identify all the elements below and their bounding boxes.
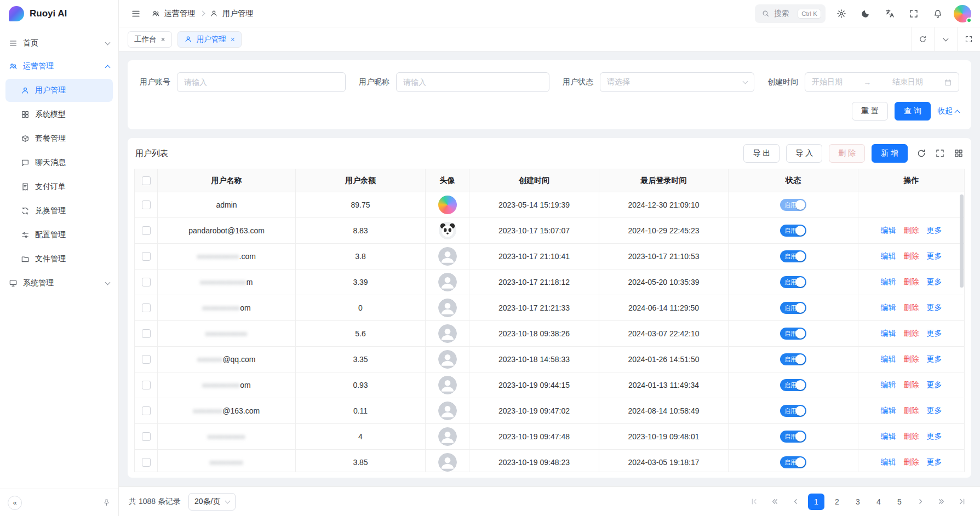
sidebar-item-system-management[interactable]: 系统管理 [0, 272, 118, 295]
edit-link[interactable]: 编辑 [881, 432, 896, 442]
select-all-checkbox[interactable] [142, 176, 151, 185]
more-link[interactable]: 更多 [927, 354, 942, 364]
delete-link[interactable]: 删除 [904, 303, 919, 313]
edit-link[interactable]: 编辑 [881, 329, 896, 339]
status-toggle[interactable]: 启用 [780, 353, 806, 365]
row-checkbox[interactable] [142, 226, 151, 235]
status-toggle[interactable]: 启用 [780, 328, 806, 340]
table-scrollbar[interactable] [960, 194, 964, 288]
more-link[interactable]: 更多 [927, 329, 942, 339]
table-fullscreen-button[interactable] [935, 148, 945, 158]
status-toggle[interactable]: 启用 [780, 199, 806, 211]
sidebar-item-exchange-management[interactable]: 兑换管理 [5, 199, 113, 222]
sidebar-item-chat-messages[interactable]: 聊天消息 [5, 151, 113, 174]
collapse-filter-link[interactable]: 收起 [937, 106, 959, 116]
notifications-button[interactable] [930, 5, 946, 22]
edit-link[interactable]: 编辑 [881, 226, 896, 236]
edit-link[interactable]: 编辑 [881, 380, 896, 390]
sidebar-item-config-management[interactable]: 配置管理 [5, 223, 113, 246]
page-button-5[interactable]: 5 [891, 494, 908, 510]
edit-link[interactable]: 编辑 [881, 406, 896, 416]
search-button[interactable]: 查 询 [895, 102, 931, 121]
status-toggle[interactable]: 启用 [780, 431, 806, 443]
export-button[interactable]: 导 出 [743, 144, 780, 163]
delete-link[interactable]: 删除 [904, 354, 919, 364]
delete-link[interactable]: 删除 [904, 329, 919, 339]
row-checkbox[interactable] [142, 200, 151, 209]
more-link[interactable]: 更多 [927, 380, 942, 390]
sidebar-item-system-model[interactable]: 系统模型 [5, 103, 113, 126]
more-link[interactable]: 更多 [927, 303, 942, 313]
column-settings-button[interactable] [954, 148, 964, 158]
status-toggle[interactable]: 启用 [780, 405, 806, 417]
page-size-select[interactable]: 20条/页 [188, 493, 236, 511]
delete-link[interactable]: 删除 [904, 277, 919, 287]
close-icon[interactable]: × [161, 36, 165, 43]
status-toggle[interactable]: 启用 [780, 302, 806, 314]
sidebar-item-file-management[interactable]: 文件管理 [5, 248, 113, 271]
language-button[interactable] [881, 5, 898, 22]
settings-button[interactable] [833, 5, 850, 22]
sidebar-item-package-management[interactable]: 套餐管理 [5, 127, 113, 150]
reset-button[interactable]: 重 置 [852, 102, 888, 121]
row-checkbox[interactable] [142, 381, 151, 389]
more-link[interactable]: 更多 [927, 432, 942, 442]
date-range-picker[interactable]: 开始日期 → 结束日期 [805, 72, 959, 92]
row-checkbox[interactable] [142, 406, 151, 415]
status-toggle[interactable]: 启用 [780, 250, 806, 262]
add-button[interactable]: 新 增 [872, 144, 908, 163]
more-link[interactable]: 更多 [927, 251, 942, 261]
fullscreen-button[interactable] [906, 5, 922, 22]
tab-refresh-button[interactable] [911, 27, 934, 51]
next-page-button[interactable] [912, 494, 929, 510]
page-button-3[interactable]: 3 [850, 494, 866, 510]
last-page-button[interactable] [954, 494, 970, 510]
menu-toggle-button[interactable] [128, 5, 144, 22]
user-avatar-button[interactable] [954, 5, 971, 22]
tab-maximize-button[interactable] [957, 27, 980, 51]
edit-link[interactable]: 编辑 [881, 457, 896, 467]
first-page-button[interactable] [746, 494, 762, 510]
page-button-2[interactable]: 2 [829, 494, 845, 510]
page-button-4[interactable]: 4 [870, 494, 887, 510]
more-link[interactable]: 更多 [927, 406, 942, 416]
sidebar-item-payment-orders[interactable]: 支付订单 [5, 175, 113, 198]
delete-link[interactable]: 删除 [904, 406, 919, 416]
edit-link[interactable]: 编辑 [881, 251, 896, 261]
close-icon[interactable]: × [231, 36, 235, 43]
delete-link[interactable]: 删除 [904, 457, 919, 467]
refresh-table-button[interactable] [916, 148, 926, 158]
status-toggle[interactable]: 启用 [780, 276, 806, 288]
prev-page-button[interactable] [787, 494, 804, 510]
delete-button[interactable]: 删 除 [829, 144, 865, 163]
status-toggle[interactable]: 启用 [780, 379, 806, 391]
row-checkbox[interactable] [142, 432, 151, 441]
dark-mode-button[interactable] [857, 5, 874, 22]
tab-workbench[interactable]: 工作台 × [128, 31, 172, 48]
more-link[interactable]: 更多 [927, 226, 942, 236]
jump-forward-button[interactable] [933, 494, 949, 510]
jump-back-button[interactable] [766, 494, 783, 510]
row-checkbox[interactable] [142, 355, 151, 364]
edit-link[interactable]: 编辑 [881, 303, 896, 313]
account-input[interactable] [177, 72, 346, 92]
status-toggle[interactable]: 启用 [780, 225, 806, 237]
row-checkbox[interactable] [142, 252, 151, 261]
row-checkbox[interactable] [142, 278, 151, 286]
breadcrumb-item[interactable]: 运营管理 [164, 9, 195, 19]
delete-link[interactable]: 删除 [904, 251, 919, 261]
delete-link[interactable]: 删除 [904, 226, 919, 236]
search-input[interactable]: 搜索 Ctrl K [755, 4, 826, 23]
status-toggle[interactable]: 启用 [780, 456, 806, 468]
edit-link[interactable]: 编辑 [881, 354, 896, 364]
row-checkbox[interactable] [142, 329, 151, 338]
more-link[interactable]: 更多 [927, 277, 942, 287]
import-button[interactable]: 导 入 [786, 144, 822, 163]
breadcrumb-item[interactable]: 用户管理 [222, 9, 253, 19]
more-link[interactable]: 更多 [927, 457, 942, 467]
pin-icon[interactable] [102, 498, 111, 507]
status-select[interactable]: 请选择 [600, 72, 754, 92]
delete-link[interactable]: 删除 [904, 432, 919, 442]
delete-link[interactable]: 删除 [904, 380, 919, 390]
sidebar-collapse-button[interactable]: « [8, 496, 22, 510]
